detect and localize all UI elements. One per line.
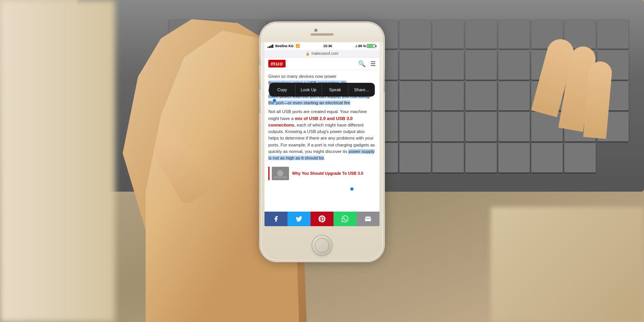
whatsapp-share-button[interactable] (334, 212, 356, 226)
article-paragraph-2: Not all USB ports are created equal. You… (268, 108, 376, 161)
volume-up-button[interactable] (259, 73, 261, 90)
battery-indicator (367, 44, 376, 48)
speak-button[interactable]: Speak (322, 84, 348, 95)
muo-logo[interactable]: muo (268, 60, 286, 67)
twitter-share-button[interactable] (288, 212, 310, 226)
url-text: makeuseof.com (311, 51, 338, 56)
location-icon: △ (355, 44, 357, 48)
related-article[interactable]: Why You Should Upgrade To USB 3.0 (268, 167, 376, 180)
share-bar (264, 212, 380, 226)
related-article-thumbnail (272, 167, 289, 180)
signal-bars (268, 44, 273, 48)
share-button[interactable]: Share... (348, 84, 375, 95)
nav-icons: 🔍 ☰ (358, 60, 376, 67)
selection-handle-start[interactable] (273, 99, 276, 102)
email-share-button[interactable] (356, 212, 380, 226)
clock: 15:36 (323, 44, 332, 48)
copy-context-menu: Copy Look Up Speak Share... (269, 83, 375, 97)
battery-tip (376, 45, 376, 47)
battery-body (367, 44, 375, 48)
carrier-name: Beeline KG (275, 44, 294, 48)
svg-point-1 (277, 170, 283, 176)
blur-left (0, 0, 115, 322)
blur-bottom-right (491, 207, 644, 322)
silent-switch[interactable] (259, 54, 261, 65)
selection-handle-end[interactable] (350, 187, 353, 191)
front-camera (314, 29, 317, 32)
signal-bar-4 (272, 44, 273, 48)
home-button[interactable] (312, 236, 332, 255)
status-bar: Beeline KG 📶 15:36 △ 89 % (264, 42, 380, 50)
search-icon[interactable]: 🔍 (358, 60, 366, 67)
signal-bar-1 (268, 47, 269, 48)
svg-rect-2 (274, 176, 287, 178)
iphone-screen: Beeline KG 📶 15:36 △ 89 % 🔒 (264, 42, 380, 226)
lock-icon: 🔒 (306, 52, 310, 56)
article-text-end: . (324, 156, 325, 160)
look-up-button[interactable]: Look Up (296, 84, 322, 95)
iphone-bottom-area (261, 236, 383, 255)
copy-button[interactable]: Copy (269, 84, 296, 95)
volume-down-button[interactable] (259, 96, 261, 113)
iphone-wrapper: Beeline KG 📶 15:36 △ 89 % 🔒 (261, 4, 383, 318)
pinterest-share-button[interactable] (310, 212, 334, 226)
related-article-title[interactable]: Why You Should Upgrade To USB 3.0 (292, 171, 363, 176)
signal-bar-3 (271, 45, 272, 48)
power-button[interactable] (383, 69, 385, 92)
status-left: Beeline KG 📶 (268, 44, 300, 48)
nav-bar: muo 🔍 ☰ (264, 58, 380, 70)
home-button-inner (315, 238, 329, 253)
article-text-before-highlight: Given so many devices now power (268, 74, 337, 79)
battery-fill (368, 45, 373, 47)
menu-icon[interactable]: ☰ (370, 60, 376, 67)
wifi-icon: 📶 (296, 44, 300, 48)
url-bar[interactable]: 🔒 makeuseof.com (264, 50, 380, 58)
signal-bar-2 (269, 46, 270, 48)
iphone-top-bar (261, 23, 383, 42)
earpiece-speaker (310, 33, 334, 36)
battery-percent: 89 % (358, 44, 366, 48)
iphone-frame: Beeline KG 📶 15:36 △ 89 % 🔒 (261, 23, 383, 261)
facebook-share-button[interactable] (264, 212, 288, 226)
status-right: △ 89 % (355, 44, 376, 48)
